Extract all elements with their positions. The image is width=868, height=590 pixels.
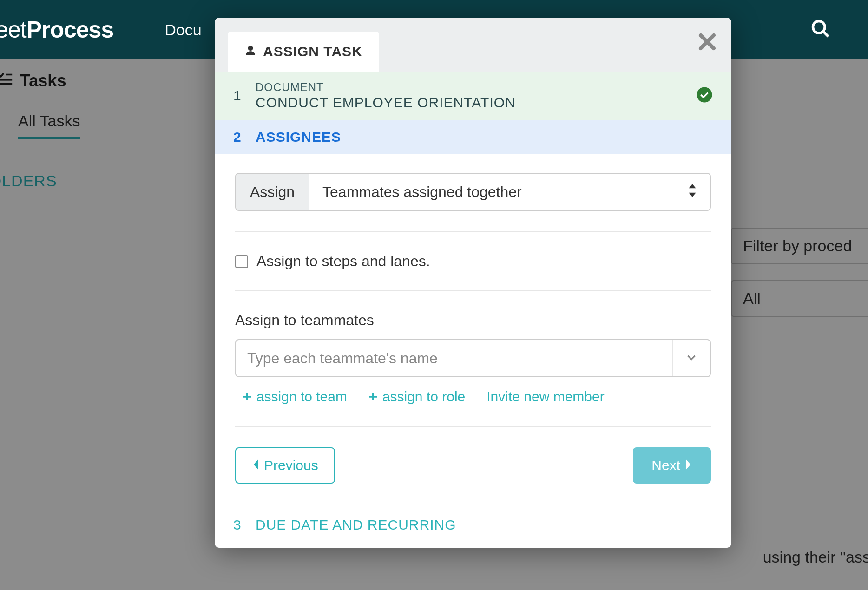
logo: weetProcess [0, 16, 113, 43]
assign-steps-lanes-row[interactable]: Assign to steps and lanes. [235, 253, 711, 270]
step-2-assignees: 2 ASSIGNEES [215, 120, 731, 154]
assign-to-team-link[interactable]: + assign to team [243, 387, 347, 406]
svg-marker-10 [689, 192, 696, 197]
assign-mode-value: Teammates assigned together [322, 184, 522, 201]
plus-icon: + [368, 387, 378, 406]
step-1-eyebrow: DOCUMENT [256, 81, 516, 94]
svg-line-1 [823, 32, 829, 37]
assign-to-team-label: assign to team [256, 389, 347, 405]
assign-links: + assign to team + assign to role Invite… [235, 387, 711, 406]
svg-point-8 [697, 87, 712, 103]
step-2-number: 2 [233, 129, 256, 145]
step-3-number: 3 [233, 517, 256, 533]
search-icon[interactable] [810, 19, 831, 41]
assign-steps-lanes-checkbox[interactable] [235, 255, 248, 268]
assign-to-role-label: assign to role [382, 389, 465, 405]
assign-label: Assign [236, 174, 309, 210]
step-3-title: DUE DATE AND RECURRING [256, 517, 456, 533]
modal-tab-assign-task: ASSIGN TASK [228, 32, 379, 72]
modal-body: Assign Teammates assigned together Assig… [215, 154, 731, 484]
assign-mode-select[interactable]: Teammates assigned together [309, 174, 710, 210]
check-icon [696, 86, 713, 105]
teammate-placeholder: Type each teammate's name [247, 350, 438, 367]
previous-label: Previous [264, 458, 318, 473]
step-1-title: CONDUCT EMPLOYEE ORIENTATION [256, 95, 516, 111]
divider [235, 426, 711, 427]
teammate-dropdown-toggle[interactable] [672, 340, 710, 376]
svg-marker-9 [689, 184, 696, 188]
divider [235, 290, 711, 291]
svg-point-0 [813, 21, 825, 33]
step-1-number: 1 [233, 88, 256, 104]
assign-teammates-label: Assign to teammates [235, 312, 711, 329]
person-icon [244, 44, 256, 59]
logo-right: Process [26, 17, 114, 43]
assign-steps-lanes-label: Assign to steps and lanes. [256, 253, 430, 270]
step-1-labels: DOCUMENT CONDUCT EMPLOYEE ORIENTATION [256, 81, 516, 111]
next-label: Next [651, 458, 680, 473]
assign-task-modal: ASSIGN TASK 1 DOCUMENT CONDUCT EMPLOYEE … [215, 18, 731, 548]
divider [235, 231, 711, 232]
invite-member-label: Invite new member [487, 389, 604, 405]
sort-icon [688, 184, 697, 201]
svg-point-5 [248, 46, 253, 51]
chevron-right-icon [685, 458, 692, 473]
svg-marker-11 [254, 459, 258, 469]
close-button[interactable] [696, 31, 718, 55]
assign-to-role-link[interactable]: + assign to role [368, 387, 465, 406]
chevron-down-icon [685, 351, 697, 365]
next-button[interactable]: Next [633, 447, 711, 484]
invite-member-link[interactable]: Invite new member [487, 387, 604, 406]
logo-left: weet [0, 17, 26, 43]
step-3-due-date[interactable]: 3 DUE DATE AND RECURRING [215, 502, 731, 548]
chevron-left-icon [252, 458, 259, 473]
svg-marker-12 [686, 459, 690, 469]
previous-button[interactable]: Previous [235, 447, 335, 484]
step-2-title: ASSIGNEES [256, 129, 341, 145]
wizard-nav: Previous Next [235, 447, 711, 484]
modal-header: ASSIGN TASK [215, 18, 731, 72]
step-1-document[interactable]: 1 DOCUMENT CONDUCT EMPLOYEE ORIENTATION [215, 72, 731, 120]
modal-tab-label: ASSIGN TASK [263, 44, 362, 59]
assign-mode-group: Assign Teammates assigned together [235, 173, 711, 211]
teammate-input[interactable]: Type each teammate's name [235, 339, 711, 377]
nav-documents[interactable]: Docu [164, 21, 201, 39]
plus-icon: + [243, 387, 252, 406]
